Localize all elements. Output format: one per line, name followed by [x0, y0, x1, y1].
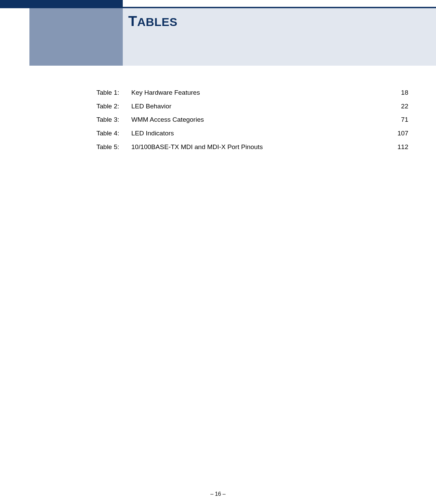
page-number: – 16 –	[210, 491, 225, 497]
header-title-block: TABLES	[123, 8, 436, 66]
page-title-rest: ABLES	[137, 15, 177, 28]
toc-label: Table 3:	[96, 115, 131, 124]
toc-page: 18	[388, 88, 408, 97]
toc-title: WMM Access Categories	[131, 115, 388, 124]
header-region: TABLES	[0, 0, 436, 67]
toc-title: LED Indicators	[131, 129, 388, 138]
toc-row: Table 3: WMM Access Categories 71	[96, 115, 408, 124]
toc-title: Key Hardware Features	[131, 88, 388, 97]
toc-title: 10/100BASE-TX MDI and MDI-X Port Pinouts	[131, 143, 388, 151]
toc-row: Table 1: Key Hardware Features 18	[96, 88, 408, 97]
toc-page: 22	[388, 102, 408, 111]
toc-label: Table 1:	[96, 88, 131, 97]
toc-page: 112	[388, 143, 408, 151]
header-sidebar-block	[29, 8, 123, 66]
toc-page: 71	[388, 115, 408, 124]
page-footer: – 16 –	[0, 491, 436, 497]
page-title: TABLES	[128, 13, 436, 29]
toc-label: Table 5:	[96, 143, 131, 151]
toc-row: Table 4: LED Indicators 107	[96, 129, 408, 138]
toc-content: Table 1: Key Hardware Features 18 Table …	[96, 88, 408, 156]
toc-label: Table 2:	[96, 102, 131, 111]
toc-page: 107	[388, 129, 408, 138]
header-dark-bar	[0, 0, 123, 7]
toc-row: Table 2: LED Behavior 22	[96, 102, 408, 111]
toc-row: Table 5: 10/100BASE-TX MDI and MDI-X Por…	[96, 143, 408, 151]
toc-label: Table 4:	[96, 129, 131, 138]
page-title-first-letter: T	[128, 13, 137, 29]
toc-title: LED Behavior	[131, 102, 388, 111]
